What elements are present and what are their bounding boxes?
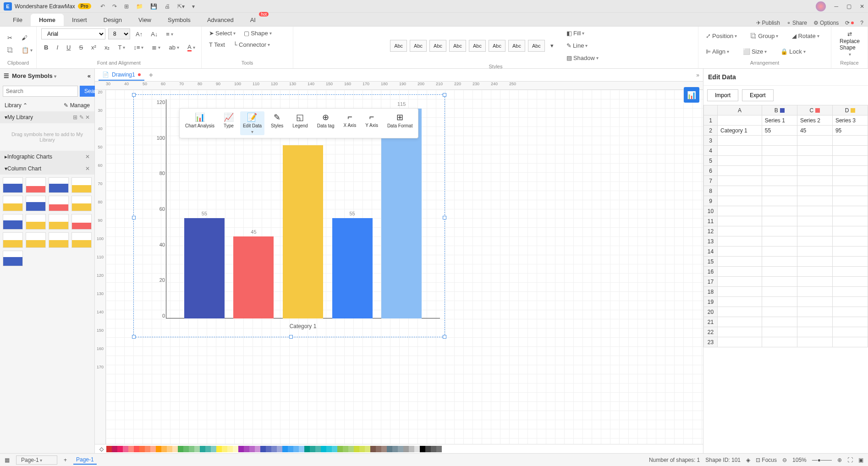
chart-type-button[interactable]: 📈Type <box>221 111 236 135</box>
color-swatch[interactable] <box>359 446 365 452</box>
data-cell[interactable] <box>718 317 762 327</box>
chart-thumb[interactable] <box>71 196 92 211</box>
chart-thumb[interactable] <box>3 177 23 193</box>
font-size-select[interactable]: 8 <box>108 28 130 39</box>
data-cell[interactable] <box>762 136 797 146</box>
fill-button[interactable]: ◧ Fill <box>564 28 601 38</box>
color-swatch[interactable] <box>321 446 326 452</box>
data-cell[interactable] <box>797 277 832 287</box>
data-grid[interactable]: ABCD1Series 1Series 2Series 32Category 1… <box>703 105 868 453</box>
page-selector[interactable]: Page-1 <box>16 455 57 465</box>
x-axis-button[interactable]: ⌐X Axis <box>341 111 359 135</box>
align-button[interactable]: ≡ <box>163 29 176 39</box>
new-button[interactable]: ⊞ <box>124 3 129 10</box>
data-cell[interactable] <box>718 297 762 307</box>
style-preset-4[interactable]: Abc <box>449 40 466 52</box>
layout-icon[interactable]: ▦ <box>5 457 10 463</box>
bullet-button[interactable]: ≣ <box>149 43 163 52</box>
save-button[interactable]: 💾 <box>150 3 157 10</box>
data-cell[interactable] <box>762 146 797 156</box>
data-cell[interactable]: 45 <box>797 126 832 136</box>
tab-view[interactable]: View <box>130 14 159 26</box>
updates-button[interactable]: ⟳ <box>845 20 854 26</box>
style-preset-5[interactable]: Abc <box>469 40 486 52</box>
color-swatch[interactable] <box>310 446 315 452</box>
color-swatch[interactable] <box>326 446 332 452</box>
data-cell[interactable] <box>762 186 797 196</box>
data-cell[interactable] <box>762 236 797 247</box>
connector-tool[interactable]: └ Connector <box>231 40 273 49</box>
data-cell[interactable] <box>718 307 762 317</box>
color-swatch[interactable] <box>282 446 288 452</box>
shadow-button[interactable]: ▨ Shadow <box>564 53 601 63</box>
fit-icon[interactable]: ▣ <box>858 457 863 463</box>
search-input[interactable] <box>3 86 78 97</box>
data-cell[interactable]: 55 <box>762 126 797 136</box>
text-transform-button[interactable]: ab <box>166 43 181 52</box>
library-dropdown[interactable]: Library ⌃ <box>5 102 27 109</box>
chart-thumb[interactable] <box>3 196 23 211</box>
export-button[interactable]: Export <box>742 89 774 101</box>
color-swatch[interactable] <box>381 446 387 452</box>
data-cell[interactable] <box>718 287 762 297</box>
color-swatch[interactable] <box>365 446 370 452</box>
tab-home[interactable]: Home <box>31 14 64 26</box>
size-button[interactable]: ⬜ Size <box>740 47 769 56</box>
data-cell[interactable] <box>762 257 797 267</box>
underline-button[interactable]: U <box>64 43 73 52</box>
data-cell[interactable] <box>762 327 797 337</box>
position-button[interactable]: ⤢ Position <box>703 31 740 41</box>
data-cell[interactable] <box>718 337 762 347</box>
select-tool[interactable]: ➤ Select <box>206 28 238 38</box>
data-cell[interactable] <box>762 267 797 277</box>
zoom-slider[interactable]: —●—— <box>812 457 832 463</box>
data-cell[interactable] <box>762 156 797 166</box>
data-cell[interactable] <box>718 277 762 287</box>
redo-button[interactable]: ↷ <box>112 3 117 10</box>
data-cell[interactable] <box>762 196 797 206</box>
data-cell[interactable] <box>762 307 797 317</box>
chart-thumb[interactable] <box>71 177 92 193</box>
color-swatch[interactable] <box>238 446 244 452</box>
chart-thumb[interactable] <box>49 232 69 248</box>
data-cell[interactable] <box>718 115 762 126</box>
data-cell[interactable] <box>832 136 868 146</box>
minimize-button[interactable]: ─ <box>834 3 838 10</box>
data-cell[interactable] <box>797 186 832 196</box>
data-tag-button[interactable]: ⊕Data tag <box>314 111 337 135</box>
data-cell[interactable] <box>718 257 762 267</box>
edit-data-button[interactable]: 📝Edit Data <box>240 111 264 135</box>
style-preset-6[interactable]: Abc <box>489 40 505 52</box>
collapse-panel-icon[interactable]: « <box>88 72 91 79</box>
data-cell[interactable] <box>718 216 762 226</box>
data-cell[interactable] <box>832 277 868 287</box>
data-cell[interactable] <box>797 257 832 267</box>
data-cell[interactable] <box>832 257 868 267</box>
color-swatch[interactable] <box>167 446 172 452</box>
panel-menu-icon[interactable]: ☰ <box>4 72 9 79</box>
data-cell[interactable] <box>762 297 797 307</box>
shape-tool[interactable]: ▢ Shape <box>241 28 275 38</box>
subscript-button[interactable]: x₂ <box>102 43 113 52</box>
tab-ai[interactable]: AI hot <box>242 14 264 26</box>
paste-button[interactable]: 📋 <box>19 45 35 55</box>
focus-button[interactable]: ⊡ Focus <box>756 457 777 463</box>
options-button[interactable]: ⚙ Options <box>813 20 839 26</box>
data-cell[interactable] <box>762 247 797 257</box>
tab-file[interactable]: File <box>5 14 31 26</box>
color-swatch[interactable] <box>128 446 134 452</box>
data-cell[interactable] <box>762 287 797 297</box>
color-swatch[interactable] <box>172 446 178 452</box>
data-cell[interactable] <box>797 196 832 206</box>
style-preset-7[interactable]: Abc <box>508 40 525 52</box>
color-swatch[interactable] <box>112 446 117 452</box>
color-swatch[interactable] <box>194 446 200 452</box>
chart-bar[interactable] <box>283 145 323 318</box>
expand-tabs-icon[interactable]: » <box>696 72 699 78</box>
color-swatch[interactable] <box>398 446 403 452</box>
chart-thumb[interactable] <box>3 251 23 266</box>
data-cell[interactable] <box>718 327 762 337</box>
color-swatch[interactable] <box>139 446 145 452</box>
chart-thumb[interactable] <box>49 177 69 193</box>
style-preset-1[interactable]: Abc <box>390 40 407 52</box>
